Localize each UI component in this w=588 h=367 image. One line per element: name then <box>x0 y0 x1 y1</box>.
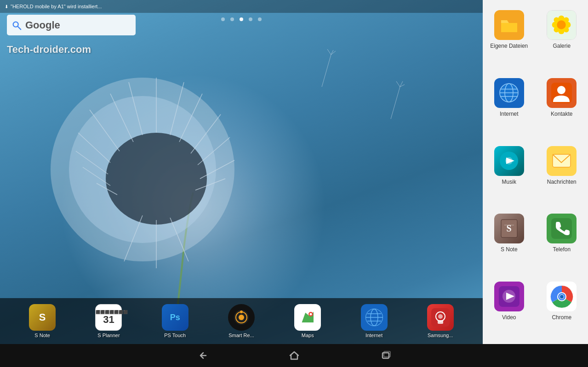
page-indicators <box>221 17 262 21</box>
notification-text: "HEROLD mobile by A1" wird installiert..… <box>5 4 102 9</box>
nav-recent-button[interactable] <box>377 346 395 365</box>
svg-line-27 <box>396 81 400 87</box>
dock-label-samsung: Samsung... <box>428 333 453 338</box>
app-drawer: Eigene Dateien <box>483 0 588 367</box>
watermark: Tech-droider.com <box>7 44 91 56</box>
maps-dock-icon <box>294 304 321 331</box>
drawer-label-galerie: Galerie <box>553 43 571 49</box>
page-dot-1[interactable] <box>221 17 225 21</box>
dock-item-internet[interactable]: Internet <box>361 304 388 338</box>
svg-point-32 <box>239 315 244 320</box>
drawer-label-video: Video <box>502 314 516 321</box>
svg-point-46 <box>438 314 443 319</box>
drawer-item-telefon[interactable]: Telefon <box>536 208 588 276</box>
svg-point-33 <box>240 311 243 313</box>
internet-dock-icon <box>361 304 388 331</box>
svg-rect-76 <box>551 218 572 239</box>
nav-home-button[interactable] <box>285 346 303 365</box>
drawer-label-eigene-dateien: Eigene Dateien <box>490 43 528 49</box>
dock-label-splanner: S Planner <box>97 333 120 338</box>
snote-drawer-icon: S <box>494 214 524 243</box>
svg-line-24 <box>391 87 400 119</box>
musik-icon <box>494 146 524 176</box>
dock-item-smartremote[interactable]: Smart Re... <box>228 304 255 338</box>
page-dot-4[interactable] <box>249 17 252 21</box>
dock-item-pstouch[interactable]: Ps PS Touch <box>162 304 188 338</box>
eigene-dateien-icon <box>494 10 524 40</box>
dock-item-maps[interactable]: Maps <box>294 304 321 338</box>
drawer-label-musik: Musik <box>502 179 516 185</box>
pstouch-dock-icon: Ps <box>162 304 188 331</box>
svg-point-65 <box>557 86 565 94</box>
drawer-label-chrome: Chrome <box>552 314 571 321</box>
dock-label-snote: S Note <box>34 333 50 338</box>
drawer-item-video[interactable]: Video <box>483 276 536 344</box>
drawer-item-chrome[interactable]: Chrome <box>536 276 588 344</box>
status-bar: "HEROLD mobile by A1" wird installiert..… <box>0 0 483 13</box>
drawer-item-musik[interactable]: Musik <box>483 141 536 209</box>
drawer-label-internet: Internet <box>500 111 519 117</box>
drawer-item-snote[interactable]: S S Note <box>483 208 536 276</box>
svg-point-2 <box>106 133 207 225</box>
svg-line-20 <box>322 55 331 87</box>
app-drawer-grid: Eigene Dateien <box>483 0 588 349</box>
svg-point-36 <box>310 313 312 316</box>
video-icon <box>494 282 524 311</box>
nachrichten-icon <box>547 146 577 176</box>
samsung-dock-icon <box>427 304 454 331</box>
nav-back-button[interactable] <box>193 346 211 365</box>
dock-label-internet: Internet <box>365 333 382 338</box>
drawer-item-internet[interactable]: Internet <box>483 73 536 141</box>
dock-label-maps: Maps <box>302 333 314 338</box>
drawer-item-kontakte[interactable]: Kontakte <box>536 73 588 141</box>
svg-rect-45 <box>438 320 443 324</box>
telefon-icon <box>547 214 577 243</box>
splanner-dock-icon: ⬛⬛⬛⬛⬛⬛⬛ 31 <box>95 304 122 331</box>
snote-dock-icon: S <box>29 304 56 331</box>
bottom-nav <box>0 344 588 367</box>
drawer-label-telefon: Telefon <box>553 246 571 253</box>
svg-line-23 <box>327 49 331 55</box>
search-icon <box>11 20 22 30</box>
google-brand: Google <box>25 19 60 31</box>
svg-point-84 <box>560 295 564 299</box>
drawer-label-snote: S Note <box>501 246 518 253</box>
dandelion-svg <box>0 18 483 330</box>
search-bar[interactable]: Google <box>7 15 136 35</box>
dock-item-samsung[interactable]: Samsung... <box>427 304 454 338</box>
svg-text:S: S <box>506 223 511 233</box>
wallpaper: "HEROLD mobile by A1" wird installiert..… <box>0 0 483 367</box>
dock-area: S S Note ⬛⬛⬛⬛⬛⬛⬛ 31 S Planner Ps PS Touc… <box>0 298 483 344</box>
page-dot-5[interactable] <box>258 17 262 21</box>
svg-point-57 <box>557 20 566 29</box>
page-dot-3[interactable] <box>240 17 243 21</box>
chrome-icon <box>547 282 577 311</box>
drawer-label-nachrichten: Nachrichten <box>547 179 577 185</box>
dock-label-smartremote: Smart Re... <box>228 333 254 338</box>
dock-item-splanner[interactable]: ⬛⬛⬛⬛⬛⬛⬛ 31 S Planner <box>95 304 122 338</box>
galerie-icon <box>547 10 577 40</box>
drawer-item-eigene-dateien[interactable]: Eigene Dateien <box>483 5 536 73</box>
kontakte-icon <box>547 78 577 108</box>
page-dot-2[interactable] <box>230 17 234 21</box>
svg-line-29 <box>18 26 21 29</box>
dock-item-snote[interactable]: S S Note <box>29 304 56 338</box>
drawer-label-kontakte: Kontakte <box>551 111 572 117</box>
smartremote-dock-icon <box>228 304 255 331</box>
internet-icon <box>494 78 524 108</box>
drawer-item-nachrichten[interactable]: Nachrichten <box>536 141 588 209</box>
dock-label-pstouch: PS Touch <box>164 333 186 338</box>
drawer-item-galerie[interactable]: Galerie <box>536 5 588 73</box>
